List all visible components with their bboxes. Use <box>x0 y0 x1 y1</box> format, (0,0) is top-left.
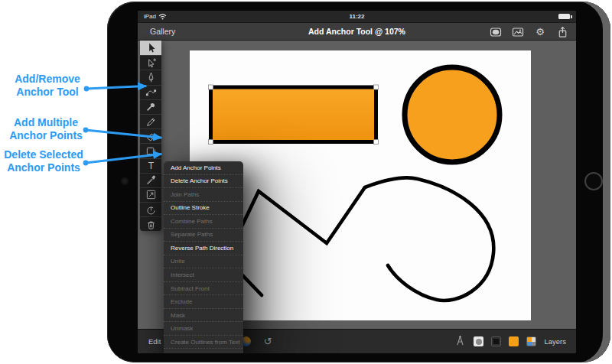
undo-icon[interactable]: ↺ <box>264 337 272 346</box>
screenshot-stage: iPad 11:22 Gallery Add Anchor Tool @ 107… <box>0 0 612 364</box>
swatches-grid-icon[interactable] <box>526 336 536 346</box>
menu-item-add-anchor-points[interactable]: Add Anchor Points <box>164 161 243 174</box>
menu-item-join-paths: Join Paths <box>164 187 243 201</box>
shape-tool[interactable] <box>140 143 161 158</box>
text-tool[interactable]: T <box>140 158 161 173</box>
share-icon[interactable] <box>556 26 568 38</box>
menu-item-mask: Mask <box>164 308 243 322</box>
front-camera <box>122 178 128 184</box>
menu-item-unite: Unite <box>164 255 243 268</box>
direct-select-tool[interactable] <box>140 55 161 70</box>
fill-swatch[interactable] <box>509 336 519 346</box>
compass-icon[interactable] <box>454 335 466 348</box>
stroke-swatch[interactable] <box>491 336 501 346</box>
orange-circle[interactable] <box>405 67 500 162</box>
eraser-tool[interactable] <box>140 128 161 143</box>
title-bar: Gallery Add Anchor Tool @ 107% ⚙ <box>138 23 576 41</box>
menu-item-reverse-path-direction[interactable]: Reverse Path Direction <box>164 241 243 255</box>
menu-item-combine-paths: Combine Paths <box>164 214 243 228</box>
canvas-icon[interactable] <box>490 26 502 38</box>
select-tool[interactable] <box>140 41 161 55</box>
image-icon[interactable] <box>512 26 524 38</box>
text-tool-glyph: T <box>148 161 154 171</box>
pencil-tool[interactable] <box>140 114 161 128</box>
annotation-add-remove-anchor-tool: Add/Remove Anchor Tool <box>0 73 95 99</box>
menu-item-intersect: Intersect <box>164 268 243 281</box>
handle-top-left[interactable] <box>209 85 213 89</box>
menu-item-unmask: Unmask <box>164 321 243 335</box>
layers-button[interactable]: Layers <box>544 337 566 346</box>
shadow-swatch[interactable] <box>474 336 483 346</box>
menu-item-subtract-front: Subtract Front <box>164 281 243 295</box>
pen-tool[interactable] <box>140 70 161 84</box>
menu-item-exclude: Exclude <box>164 294 243 308</box>
handle-top-right[interactable] <box>374 85 379 89</box>
menu-item-separate-paths: Separate Paths <box>164 228 243 242</box>
gear-icon[interactable]: ⚙ <box>534 26 546 38</box>
scale-tool[interactable] <box>140 187 161 202</box>
menu-item-create-outlines-from-text: Create Outlines from Text <box>164 335 243 349</box>
app-screen: iPad 11:22 Gallery Add Anchor Tool @ 107… <box>138 11 576 353</box>
menu-item-delete-anchor-points[interactable]: Delete Anchor Points <box>164 174 243 188</box>
menu-item-outline-stroke[interactable]: Outline Stroke <box>164 201 243 215</box>
battery-icon <box>558 14 570 19</box>
home-button[interactable] <box>584 172 603 190</box>
rotate-tool[interactable] <box>140 202 161 216</box>
add-anchor-tool[interactable] <box>140 85 161 99</box>
wrench-tool[interactable] <box>140 99 161 114</box>
eyedropper-tool[interactable] <box>140 173 161 187</box>
orange-rectangle[interactable] <box>211 87 376 142</box>
black-open-path[interactable] <box>226 177 493 301</box>
annotation-delete-selected-anchor-points: Delete Selected Anchor Points <box>0 148 87 174</box>
path-context-menu: Add Anchor Points Delete Anchor Points J… <box>164 161 243 353</box>
handle-bottom-left[interactable] <box>209 140 213 145</box>
canvas-area: T Add Anchor Points Delete Anchor Poi <box>138 41 576 329</box>
status-bar: iPad 11:22 <box>138 11 576 23</box>
trash-tool[interactable] <box>140 216 161 231</box>
annotation-add-multiple-anchor-points: Add Multiple Anchor Points <box>0 116 92 142</box>
menu-item-place-text-on-path[interactable]: Place Text on Path <box>164 348 243 353</box>
clock: 11:22 <box>138 13 576 20</box>
tool-palette: T <box>140 41 161 231</box>
edit-menu-button[interactable]: Edit <box>148 337 161 346</box>
handle-bottom-right[interactable] <box>374 140 379 145</box>
